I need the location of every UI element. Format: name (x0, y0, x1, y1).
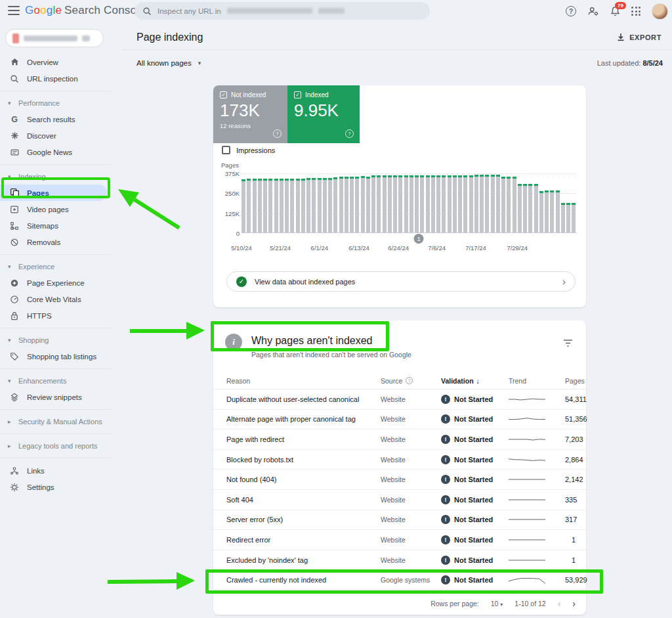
validation-cell: !Not Started (441, 535, 509, 544)
pages-cell: 1 (565, 536, 576, 544)
view-indexed-data-row[interactable]: ✓ View data about indexed pages › (226, 271, 576, 292)
reason-cell: Alternate page with proper canonical tag (226, 415, 381, 423)
caret-right-icon: ▸ (8, 443, 13, 449)
help-icon[interactable]: ? (345, 129, 354, 138)
chart-bar (507, 177, 511, 232)
indexed-cap (534, 184, 538, 186)
source-cell: Website (381, 415, 441, 423)
chart-bar (561, 203, 565, 232)
sidebar-section-enhancements[interactable]: ▾Enhancements (0, 373, 122, 389)
indexed-cap (268, 179, 272, 181)
checkbox-unchecked-icon[interactable] (222, 146, 230, 154)
next-page-button[interactable]: › (572, 598, 576, 609)
chart-bar (496, 175, 500, 232)
col-reason[interactable]: Reason (226, 377, 381, 385)
sitemap-icon (9, 221, 20, 231)
source-cell: Website (381, 475, 441, 483)
caret-down-icon: ▾ (8, 100, 13, 106)
sidebar-section-legacy-tools-and-reports[interactable]: ▸Legacy tools and reports (0, 438, 122, 454)
sidebar-section-performance[interactable]: ▾Performance (0, 95, 122, 111)
x-tick: 7/6/24 (429, 244, 446, 252)
not-indexed-reasons: 12 reasons (220, 122, 281, 129)
chart-bar (339, 177, 343, 232)
sidebar-section-security-manual-actions[interactable]: ▸Security & Manual Actions (0, 414, 122, 430)
not-indexed-count: 173K (220, 100, 281, 121)
table-row-soft-404[interactable]: Soft 404Website!Not Started335 (213, 490, 586, 510)
table-row-blocked-by-robots-txt[interactable]: Blocked by robots.txtWebsite!Not Started… (213, 450, 586, 470)
sidebar-section-indexing[interactable]: ▾Indexing (0, 169, 122, 185)
user-settings-icon[interactable] (587, 6, 599, 16)
sidebar-item-google-news[interactable]: Google News (0, 144, 122, 160)
sidebar-item-video-pages[interactable]: Video pages (0, 201, 122, 217)
help-icon[interactable]: ? (273, 129, 282, 138)
exclamation-circle-icon: ! (441, 435, 450, 444)
url-inspect-search-bar[interactable]: Inspect any URL in (135, 2, 430, 20)
table-row-alternate-page-with-proper-canonical-tag[interactable]: Alternate page with proper canonical tag… (213, 410, 586, 430)
sidebar-item-shopping-tab-listings[interactable]: Shopping tab listings (0, 348, 122, 364)
y-tick: 250K (219, 190, 240, 197)
google-apps-grid-icon[interactable] (631, 7, 640, 16)
col-trend[interactable]: Trend (509, 377, 565, 385)
table-row-not-found-404[interactable]: Not found (404)Website!Not Started2,142 (213, 470, 586, 490)
sidebar-item-page-experience[interactable]: Page Experience (0, 275, 122, 291)
sidebar-section-shopping[interactable]: ▾Shopping (0, 332, 122, 348)
source-cell: Website (381, 556, 441, 564)
sidebar-item-discover[interactable]: Discover (0, 127, 122, 144)
sidebar-item-sitemaps[interactable]: Sitemaps (0, 217, 122, 234)
source-cell: Website (381, 456, 441, 464)
indexed-cap (371, 175, 375, 177)
hamburger-menu-icon[interactable] (8, 6, 20, 15)
app-logo: GoogleSearch Console (25, 4, 146, 17)
chart-bar (274, 179, 278, 232)
checkbox-checked-icon[interactable]: ✓ (220, 91, 227, 99)
table-row-duplicate-without-user-selected-canonical[interactable]: Duplicate without user-selected canonica… (213, 389, 586, 410)
links-icon (9, 466, 20, 476)
table-row-excluded-by-noindex-tag[interactable]: Excluded by 'noindex' tagWebsite!Not Sta… (213, 550, 586, 571)
notifications-bell-icon[interactable]: 79 (610, 6, 620, 16)
sidebar-item-links[interactable]: Links (0, 462, 122, 479)
not-indexed-tab[interactable]: ✓Not indexed 173K 12 reasons ? (213, 85, 287, 143)
chart-plot-area (242, 173, 576, 233)
impressions-checkbox[interactable]: Impressions (222, 146, 275, 154)
table-row-redirect-error[interactable]: Redirect errorWebsite!Not Started1 (213, 530, 586, 550)
chart-bar (453, 175, 457, 232)
sidebar-item-https[interactable]: HTTPS (0, 307, 122, 324)
table-row-server-error-5xx[interactable]: Server error (5xx)Website!Not Started317 (213, 510, 586, 531)
previous-page-button[interactable]: ‹ (558, 598, 561, 609)
sidebar-item-review-snippets[interactable]: Review snippets (0, 389, 122, 405)
sidebar-divider (0, 458, 112, 458)
table-row-crawled-currently-not-indexed[interactable]: Crawled - currently not indexedGoogle sy… (213, 570, 586, 590)
filter-icon[interactable] (563, 339, 573, 347)
page-scope-dropdown[interactable]: All known pages ▾ (136, 59, 201, 67)
sidebar-item-core-web-vitals[interactable]: Core Web Vitals (0, 291, 122, 307)
indexed-tab[interactable]: ✓Indexed 9.95K ? (287, 85, 360, 143)
chart-bar (242, 179, 245, 232)
checkbox-checked-icon[interactable]: ✓ (294, 91, 301, 99)
property-selector[interactable] (5, 29, 104, 47)
sidebar-item-overview[interactable]: Overview (0, 54, 122, 70)
trend-sparkline (509, 394, 565, 405)
rows-per-page-dropdown[interactable]: 10 ▾ (491, 600, 503, 607)
sidebar-item-pages[interactable]: Pages (0, 185, 107, 201)
sidebar-item-settings[interactable]: Settings (0, 479, 122, 495)
col-pages[interactable]: Pages (565, 377, 585, 385)
search-icon (142, 7, 152, 16)
exclamation-circle-icon: ! (441, 556, 450, 565)
pages-cell: 54,311 (565, 395, 587, 403)
indexed-cap (518, 184, 522, 186)
indexed-cap (339, 177, 343, 179)
col-source[interactable]: Source? (381, 377, 441, 385)
sidebar-section-experience[interactable]: ▾Experience (0, 259, 122, 275)
sidebar-item-search-results[interactable]: GSearch results (0, 111, 122, 127)
sidebar-item-url-inspection[interactable]: URL inspection (0, 70, 122, 87)
chart-bar (377, 175, 381, 232)
sidebar-item-removals[interactable]: Removals (0, 234, 122, 250)
google-logo-text: Google (25, 4, 62, 16)
timeline-event-marker[interactable]: 1 (414, 234, 424, 244)
indexed-cap (523, 184, 527, 186)
export-button[interactable]: EXPORT (617, 33, 662, 41)
user-avatar[interactable] (652, 3, 668, 20)
table-row-page-with-redirect[interactable]: Page with redirectWebsite!Not Started7,2… (213, 430, 586, 450)
help-icon[interactable]: ? (566, 6, 576, 16)
col-validation-sorted[interactable]: Validation↓ (441, 377, 509, 385)
